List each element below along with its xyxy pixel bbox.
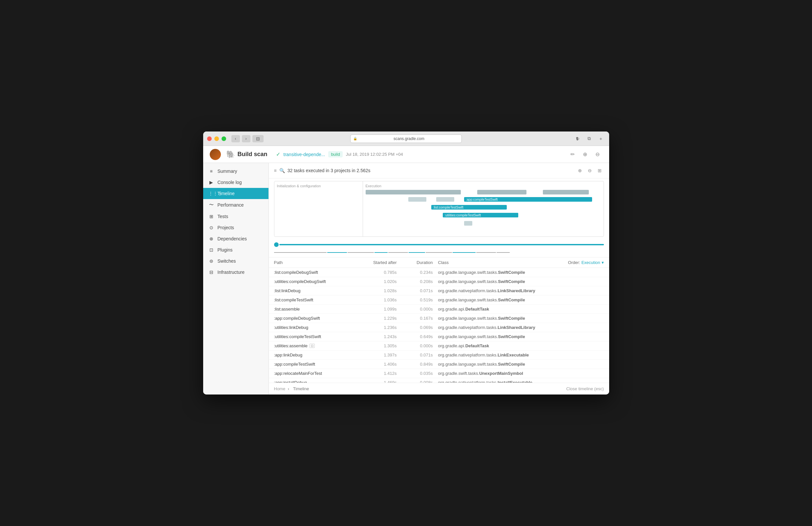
cell-duration: 0.035s (402, 371, 438, 376)
cell-started: 1.099s (356, 306, 402, 312)
cell-duration: 0.008s (402, 380, 438, 383)
exec-section: Execution :app:compileT (363, 181, 604, 237)
url-bar[interactable]: 🔒 scans.gradle.com (350, 134, 462, 143)
timeline-toolbar: ≡ 🔍 32 tasks executed in 3 projects in 2… (269, 163, 609, 178)
new-tab-button[interactable]: ⧉ (584, 135, 594, 142)
search-button[interactable]: ⊕ (580, 150, 590, 160)
timeline-title: 32 tasks executed in 3 projects in 2.562… (288, 168, 573, 173)
table-row[interactable]: :list:assemble 1.099s 0.000s org.gradle.… (269, 305, 609, 314)
cell-path: :list:compileDebugSwift (274, 270, 356, 275)
sidebar-item-switches[interactable]: ⊜ Switches (203, 255, 269, 267)
table-row[interactable]: :list:linkDebug 1.028s 0.071s org.gradle… (269, 286, 609, 296)
cell-path: :app:linkDebug (274, 352, 356, 358)
app-window: ‹ › ⊟ 🔒 scans.gradle.com ↻ ⬆ ⧉ + 🐘 Build… (203, 132, 609, 394)
scrollbar-track[interactable] (279, 244, 604, 245)
close-button[interactable] (207, 136, 212, 141)
table-row[interactable]: :utilities:compileDebugSwift 1.020s 0.20… (269, 277, 609, 286)
cell-path: :utilities:compileDebugSwift (274, 279, 356, 284)
order-control[interactable]: Order: Execution ▾ (538, 260, 604, 265)
sidebar-item-plugins[interactable]: ⊡ Plugins (203, 244, 269, 255)
sidebar-item-tests[interactable]: ⊞ Tests (203, 211, 269, 222)
sidebar-item-summary[interactable]: ≡ Summary (203, 166, 269, 177)
minimap-area (269, 239, 609, 257)
summary-icon: ≡ (208, 168, 214, 174)
cell-duration: 0.069s (402, 325, 438, 330)
sidebar-item-projects[interactable]: ⊙ Projects (203, 222, 269, 233)
sidebar-item-infrastructure[interactable]: ⊟ Infrastructure (203, 267, 269, 278)
sidebar-toggle[interactable]: ⊟ (252, 135, 263, 142)
table-row[interactable]: :utilities:linkDebug 1.236s 0.069s org.g… (269, 323, 609, 332)
cell-duration: 0.000s (402, 343, 438, 348)
zoom-in-button[interactable]: ⊕ (576, 166, 584, 175)
order-value[interactable]: Execution (581, 260, 600, 265)
fit-button[interactable]: ⊞ (595, 166, 604, 175)
browser-actions: ⬆ ⧉ + (572, 135, 606, 142)
sidebar-item-dependencies[interactable]: ⊗ Dependencies (203, 233, 269, 244)
table-row[interactable]: :utilities:compileTestSwift 1.243s 0.649… (269, 332, 609, 341)
build-badge[interactable]: build (328, 151, 342, 157)
table-body: :list:compileDebugSwift 0.785s 0.234s or… (269, 268, 609, 383)
table-row[interactable]: :app:installDebug 1.469s 0.008s org.grad… (269, 378, 609, 383)
sidebar-item-console-log[interactable]: ▶ Console log (203, 177, 269, 188)
cell-class: org.gradle.language.swift.tasks.SwiftCom… (438, 298, 604, 302)
table-row[interactable]: :list:compileTestSwift 1.036s 0.519s org… (269, 296, 609, 305)
minus-button[interactable]: ⊖ (593, 150, 603, 160)
cell-class: org.gradle.language.swift.tasks.SwiftCom… (438, 362, 604, 366)
cell-started: 1.397s (356, 352, 402, 358)
table-header: Path Started after Duration Class Order:… (269, 257, 609, 268)
pencil-button[interactable]: ✏ (568, 150, 578, 160)
check-icon: ✓ (276, 151, 280, 157)
cell-duration: 0.519s (402, 298, 438, 302)
breadcrumb-home[interactable]: Home (274, 386, 286, 391)
cell-started: 1.412s (356, 371, 402, 376)
table-row[interactable]: :app:linkDebug 1.397s 0.071s org.gradle.… (269, 350, 609, 360)
order-dropdown-icon[interactable]: ▾ (601, 260, 604, 265)
mini-overview (274, 249, 604, 256)
footer: Home › Timeline Close timeline (esc) (269, 383, 609, 394)
table-row[interactable]: :list:compileDebugSwift 0.785s 0.234s or… (269, 268, 609, 277)
cell-started: 0.785s (356, 270, 402, 275)
back-button[interactable]: ‹ (231, 135, 240, 142)
cell-path: :app:compileDebugSwift (274, 316, 356, 321)
bar-utilities-compile-test: :utilities:compileTestSwift (443, 213, 518, 217)
cell-duration: 0.000s (402, 306, 438, 312)
table-row[interactable]: :app:compileDebugSwift 1.229s 0.167s org… (269, 314, 609, 323)
build-date: Jul 18, 2019 12:02:25 PM +04 (346, 152, 403, 157)
cell-started: 1.236s (356, 325, 402, 330)
bar-list-compile-test: :list:compileTestSwift (431, 205, 507, 210)
breadcrumb: Home › Timeline (274, 386, 310, 391)
cell-class: org.gradle.language.swift.tasks.SwiftCom… (438, 279, 604, 284)
switches-icon: ⊜ (208, 258, 214, 264)
share-button[interactable]: ⬆ (572, 135, 582, 142)
add-tab-button[interactable]: + (596, 135, 606, 142)
bar-2 (477, 190, 526, 194)
cell-duration: 0.071s (402, 288, 438, 293)
zoom-out-button[interactable]: ⊖ (585, 166, 594, 175)
nav-buttons: ‹ › (231, 135, 250, 142)
cell-path: :list:assemble (274, 306, 356, 312)
cell-path: :app:compileTestSwift (274, 362, 356, 366)
minimize-button[interactable] (214, 136, 219, 141)
table-row[interactable]: :app:compileTestSwift 1.406s 0.849s org.… (269, 360, 609, 369)
sidebar-item-timeline[interactable]: ⋮⋮⋮ Timeline (203, 188, 269, 199)
branch-link[interactable]: transitive-depende... (284, 152, 325, 157)
forward-button[interactable]: › (242, 135, 250, 142)
cell-duration: 0.849s (402, 362, 438, 366)
app-logo: 🐘 Build scan (226, 150, 267, 159)
toolbar-actions: ⊕ ⊖ ⊞ (576, 166, 604, 175)
scroll-handle[interactable] (274, 242, 279, 247)
cell-path: :list:linkDebug (274, 288, 356, 293)
sidebar-item-performance[interactable]: 〜 Performance (203, 199, 269, 211)
cell-class: org.gradle.api.DefaultTask (438, 306, 604, 312)
table-row[interactable]: :utilities:assemble ⊡ 1.305s 0.000s org.… (269, 341, 609, 350)
content-area: ≡ 🔍 32 tasks executed in 3 projects in 2… (269, 163, 609, 394)
bar-app-compile-test: :app:compileTestSwift (464, 197, 592, 202)
cell-class: org.gradle.language.swift.tasks.SwiftCom… (438, 270, 604, 275)
cell-started: 1.028s (356, 288, 402, 293)
sidebar-label-timeline: Timeline (218, 191, 235, 196)
timeline-icon: ⋮⋮⋮ (208, 191, 214, 196)
table-row[interactable]: :app:relocateMainForTest 1.412s 0.035s o… (269, 369, 609, 378)
maximize-button[interactable] (221, 136, 226, 141)
close-timeline-button[interactable]: Close timeline (esc) (566, 386, 604, 391)
breadcrumb-current: Timeline (293, 386, 309, 391)
